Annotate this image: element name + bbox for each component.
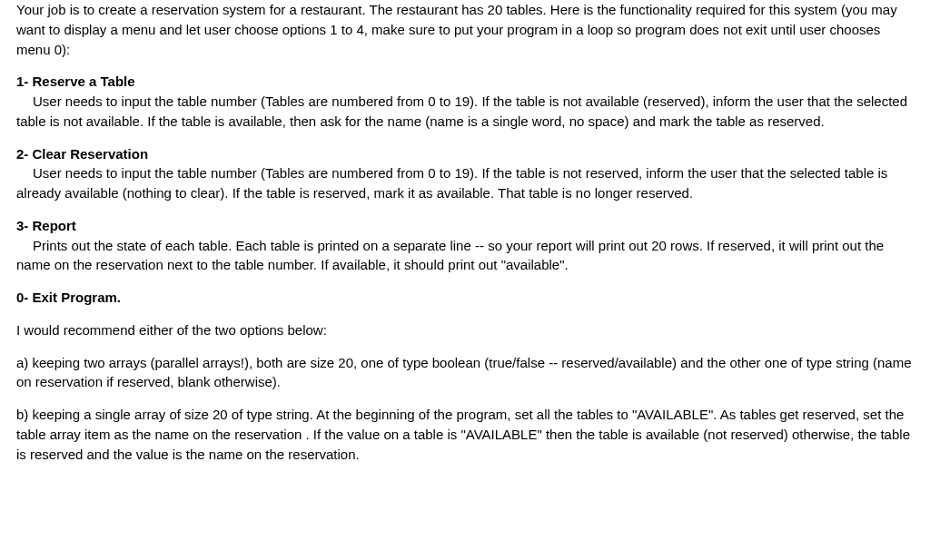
recommend-intro: I would recommend either of the two opti… xyxy=(16,320,914,340)
section-reserve: 1- Reserve a Table User needs to input t… xyxy=(16,72,914,131)
intro-paragraph: Your job is to create a reservation syst… xyxy=(16,0,914,59)
section-heading-3: 3- Report xyxy=(16,216,914,236)
section-body-3-text: Prints out the state of each table. Each… xyxy=(16,238,884,273)
option-b: b) keeping a single array of size 20 of … xyxy=(16,405,914,464)
section-heading-0: 0- Exit Program. xyxy=(16,288,914,308)
section-body-1-text: User needs to input the table number (Ta… xyxy=(16,93,907,129)
option-a: a) keeping two arrays (parallel arrays!)… xyxy=(16,353,914,393)
section-body-1: User needs to input the table number (Ta… xyxy=(16,92,914,132)
section-report: 3- Report Prints out the state of each t… xyxy=(16,216,914,275)
section-body-3: Prints out the state of each table. Each… xyxy=(16,236,914,276)
section-exit: 0- Exit Program. xyxy=(16,288,914,308)
section-body-2-text: User needs to input the table number (Ta… xyxy=(16,165,887,201)
section-clear: 2- Clear Reservation User needs to input… xyxy=(16,144,914,203)
section-body-2: User needs to input the table number (Ta… xyxy=(16,163,914,203)
section-heading-1: 1- Reserve a Table xyxy=(16,72,914,92)
section-heading-2: 2- Clear Reservation xyxy=(16,144,914,164)
